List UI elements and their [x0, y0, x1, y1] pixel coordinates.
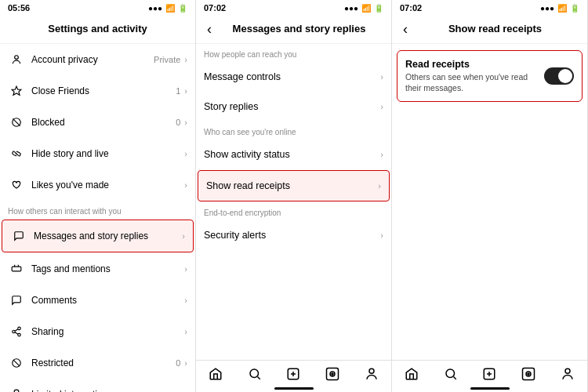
- likes-label: Likes you've made: [31, 180, 183, 191]
- likes-item[interactable]: Likes you've made ›: [0, 169, 195, 201]
- story-replies-item[interactable]: Story replies ›: [196, 92, 391, 122]
- signal-icon-3: ●●●: [540, 4, 554, 13]
- blocked-item[interactable]: Blocked 0 ›: [0, 107, 195, 138]
- message-controls-label: Message controls: [204, 71, 379, 82]
- status-icons-2: ●●● 📶 🔋: [344, 4, 383, 13]
- encryption-section: End-to-end encryption: [196, 202, 391, 220]
- nav-profile-3[interactable]: [556, 365, 579, 383]
- heart-icon: [8, 176, 25, 194]
- read-receipts-panel: 07:02 ●●● 📶 🔋 ‹ Show read receipts Read …: [392, 0, 588, 392]
- wifi-icon-2: 📶: [361, 4, 371, 13]
- svg-point-40: [565, 368, 570, 373]
- read-receipts-chevron: ›: [378, 181, 381, 191]
- svg-point-0: [15, 56, 19, 60]
- nav-plus-3[interactable]: [477, 365, 501, 383]
- sharing-chevron: ›: [183, 327, 187, 336]
- nav-search-3[interactable]: [439, 365, 463, 383]
- hide-story-item[interactable]: Hide story and live ›: [0, 138, 195, 169]
- receipt-text-block: Read receipts Others can see when you've…: [405, 59, 538, 93]
- svg-line-33: [453, 376, 456, 379]
- limited-label: Limited interactions: [31, 389, 183, 392]
- online-section: Who can see you're online: [196, 122, 391, 140]
- wifi-icon: 📶: [165, 4, 175, 13]
- messages-chevron: ›: [180, 231, 185, 241]
- likes-chevron: ›: [183, 180, 187, 190]
- blocked-badge: 0 ›: [176, 118, 187, 127]
- close-friends-badge: 1 ›: [176, 86, 187, 96]
- messages-story-replies-item[interactable]: Messages and story replies ›: [2, 220, 194, 252]
- restrict-icon: [8, 354, 25, 372]
- account-privacy-label: Account privacy: [31, 54, 154, 65]
- security-alerts-item[interactable]: Security alerts ›: [196, 220, 391, 250]
- messages-label: Messages and story replies: [34, 230, 180, 241]
- svg-line-24: [257, 376, 260, 379]
- home-indicator-3: [470, 387, 510, 390]
- sharing-label: Sharing: [31, 326, 183, 337]
- read-receipts-title: Show read receipts: [411, 23, 579, 34]
- back-button-2[interactable]: ‹: [204, 20, 215, 38]
- nav-home-2[interactable]: [204, 365, 227, 383]
- activity-chevron: ›: [380, 150, 383, 159]
- person-icon: [8, 51, 25, 68]
- tags-chevron: ›: [183, 264, 187, 274]
- message-controls-item[interactable]: Message controls ›: [196, 62, 391, 92]
- show-read-receipts-item[interactable]: Show read receipts ›: [198, 170, 390, 201]
- receipt-title: Read receipts: [405, 59, 538, 70]
- wifi-icon-3: 📶: [557, 4, 567, 13]
- settings-title: Settings and activity: [8, 23, 187, 34]
- receipt-desc: Others can see when you've read their me…: [405, 72, 538, 93]
- nav-reels-3[interactable]: [517, 365, 540, 383]
- svg-point-32: [446, 369, 455, 378]
- time-1: 05:56: [8, 3, 30, 13]
- share-icon: [8, 323, 25, 340]
- signal-icon-2: ●●●: [344, 4, 358, 13]
- security-alerts-label: Security alerts: [204, 230, 379, 241]
- block-icon: [8, 114, 25, 131]
- read-receipts-card: Read receipts Others can see when you've…: [397, 50, 583, 102]
- back-button-3[interactable]: ‹: [400, 20, 411, 38]
- read-receipts-label: Show read receipts: [206, 180, 376, 191]
- signal-icon: ●●●: [148, 4, 162, 13]
- restricted-badge: 0 ›: [176, 358, 187, 368]
- account-privacy-badge: Private ›: [154, 55, 187, 64]
- battery-icon-2: 🔋: [374, 4, 383, 13]
- star-icon: [8, 82, 25, 100]
- restricted-item[interactable]: Restricted 0 ›: [0, 347, 195, 379]
- battery-icon-3: 🔋: [570, 4, 579, 13]
- activity-status-item[interactable]: Show activity status ›: [196, 140, 391, 169]
- svg-line-3: [13, 118, 20, 125]
- nav-plus-2[interactable]: [281, 365, 305, 383]
- comments-item[interactable]: Comments ›: [0, 285, 195, 316]
- read-receipts-toggle[interactable]: [544, 67, 574, 85]
- svg-line-8: [15, 332, 18, 335]
- battery-icon: 🔋: [178, 4, 187, 13]
- restricted-label: Restricted: [31, 358, 176, 368]
- svg-point-30: [332, 373, 333, 375]
- tags-mentions-item[interactable]: Tags and mentions ›: [0, 253, 195, 285]
- home-indicator-2: [274, 387, 314, 390]
- message-icon: [10, 227, 27, 245]
- status-bar-1: 05:56 ●●● 📶 🔋: [0, 0, 195, 14]
- messages-header: ‹ Messages and story replies: [196, 14, 391, 44]
- how-others-section: How others can interact with you: [0, 201, 195, 219]
- nav-search-2[interactable]: [243, 365, 267, 383]
- account-privacy-item[interactable]: Account privacy Private ›: [0, 44, 195, 75]
- time-2: 07:02: [204, 3, 226, 13]
- messages-title: Messages and story replies: [215, 23, 383, 34]
- story-replies-label: Story replies: [204, 101, 379, 112]
- limited-interactions-item[interactable]: Limited interactions ›: [0, 379, 195, 392]
- svg-point-39: [528, 373, 529, 375]
- bottom-nav-3: [392, 360, 587, 386]
- nav-profile-2[interactable]: [360, 365, 383, 383]
- status-icons-3: ●●● 📶 🔋: [540, 4, 579, 13]
- sharing-item[interactable]: Sharing ›: [0, 316, 195, 347]
- nav-home-3[interactable]: [400, 365, 423, 383]
- messages-panel: 07:02 ●●● 📶 🔋 ‹ Messages and story repli…: [196, 0, 392, 392]
- nav-reels-2[interactable]: [321, 365, 344, 383]
- close-friends-item[interactable]: Close Friends 1 ›: [0, 75, 195, 107]
- status-icons-1: ●●● 📶 🔋: [148, 4, 187, 13]
- svg-point-23: [250, 369, 259, 378]
- comment-icon: [8, 292, 25, 309]
- bottom-nav-2: [196, 360, 391, 386]
- status-bar-3: 07:02 ●●● 📶 🔋: [392, 0, 587, 14]
